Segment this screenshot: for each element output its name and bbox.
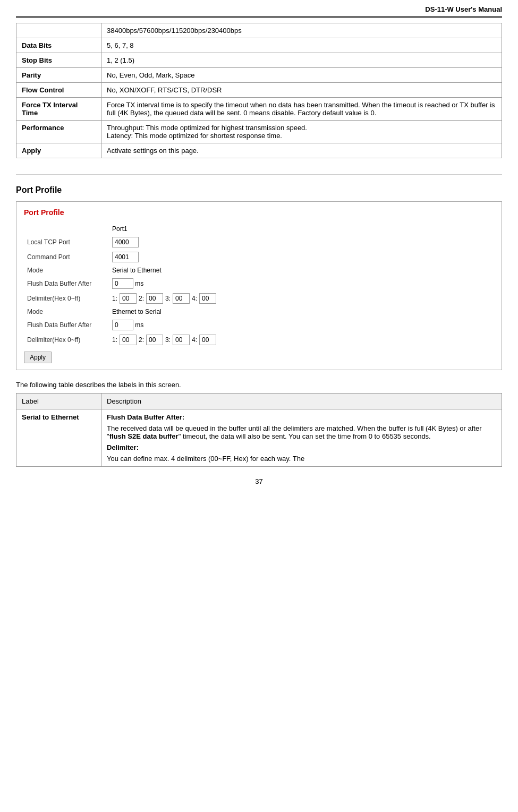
panel-field-row: Local TCP Port	[24, 235, 494, 250]
delimiter-num: 2:	[139, 336, 144, 344]
field-input[interactable]	[112, 237, 139, 247]
delimiter-num: 2:	[139, 295, 144, 302]
row-label: Apply	[16, 143, 101, 158]
row-description: No, XON/XOFF, RTS/CTS, DTR/DSR	[101, 83, 502, 98]
row-label: Data Bits	[16, 38, 101, 53]
row-description: No, Even, Odd, Mark, Space	[101, 68, 502, 83]
delimiter-input[interactable]	[173, 293, 190, 304]
delimiter-num: 4:	[192, 295, 197, 302]
delimiter-input[interactable]	[146, 335, 163, 345]
row-description: Throughput: This mode optimized for high…	[101, 121, 502, 143]
panel-fields-table: Port1Local TCP PortCommand PortModeSeria…	[24, 223, 494, 347]
panel-field-row: Delimiter(Hex 0~ff)1:2:3:4:	[24, 332, 494, 347]
field-suffix: ms	[133, 280, 143, 287]
row-description: 1, 2 (1.5)	[101, 53, 502, 68]
section-divider	[16, 174, 502, 175]
table-row: Stop Bits1, 2 (1.5)	[16, 53, 502, 68]
delimiter-num: 4:	[192, 336, 197, 344]
field-value: Ethernet to Serial	[109, 306, 494, 318]
delimiter-num: 3:	[165, 336, 171, 344]
field-label: Command Port	[24, 250, 109, 264]
desc-body: The received data will be queued in the …	[107, 424, 496, 440]
port-header: Port1	[109, 223, 494, 235]
desc-title: Flush Data Buffer After:	[107, 413, 184, 421]
panel-field-row: Command Port	[24, 250, 494, 264]
delimiter-input[interactable]	[173, 335, 190, 345]
row-label	[16, 23, 101, 38]
field-label: Mode	[24, 306, 109, 318]
port-profile-panel: Port Profile Port1Local TCP PortCommand …	[16, 201, 502, 370]
panel-field-row: Flush Data Buffer After ms	[24, 276, 494, 291]
row-description: 5, 6, 7, 8	[101, 38, 502, 53]
table-row: PerformanceThroughput: This mode optimiz…	[16, 121, 502, 143]
port-header-row: Port1	[24, 223, 494, 235]
desc-title2: Delimiter:	[107, 443, 139, 451]
field-value[interactable]	[109, 235, 494, 250]
table-row: Force TX Interval TimeForce TX interval …	[16, 98, 502, 121]
row-label: Flow Control	[16, 83, 101, 98]
row-label: Parity	[16, 68, 101, 83]
table-row: Flow ControlNo, XON/XOFF, RTS/CTS, DTR/D…	[16, 83, 502, 98]
page-header: DS-11-W User's Manual	[16, 5, 502, 18]
port-profile-section-title: Port Profile	[16, 185, 502, 195]
row-label: Performance	[16, 121, 101, 143]
field-value: Serial to Ethernet	[109, 264, 494, 276]
field-value[interactable]: ms	[109, 276, 494, 291]
field-input[interactable]	[112, 252, 139, 262]
panel-field-row: Flush Data Buffer After ms	[24, 318, 494, 332]
panel-field-row: ModeEthernet to Serial	[24, 306, 494, 318]
field-value[interactable]: ms	[109, 318, 494, 332]
delimiter-num: 1:	[112, 295, 117, 302]
col-description-header: Description	[101, 394, 502, 409]
field-label: Flush Data Buffer After	[24, 318, 109, 332]
description-table: 38400bps/57600bps/115200bps/230400bpsDat…	[16, 23, 502, 158]
field-label: Mode	[24, 264, 109, 276]
field-suffix: ms	[133, 321, 143, 329]
panel-field-row: ModeSerial to Ethernet	[24, 264, 494, 276]
apply-button[interactable]: Apply	[24, 352, 52, 363]
row-description: Force TX interval time is to specify the…	[101, 98, 502, 121]
field-value[interactable]: 1:2:3:4:	[109, 291, 494, 306]
table-row: Serial to EthernetFlush Data Buffer Afte…	[16, 409, 502, 467]
panel-field-row: Delimiter(Hex 0~ff)1:2:3:4:	[24, 291, 494, 306]
header-title: DS-11-W User's Manual	[425, 5, 502, 13]
row-description: 38400bps/57600bps/115200bps/230400bps	[101, 23, 502, 38]
table-row: ApplyActivate settings on this page.	[16, 143, 502, 158]
field-label: Delimiter(Hex 0~ff)	[24, 291, 109, 306]
row-label: Serial to Ethernet	[16, 409, 101, 467]
page-number: 37	[16, 477, 502, 485]
field-label: Delimiter(Hex 0~ff)	[24, 332, 109, 347]
row-label: Stop Bits	[16, 53, 101, 68]
field-label: Local TCP Port	[24, 235, 109, 250]
following-table: Label Description Serial to EthernetFlus…	[16, 393, 502, 467]
field-value[interactable]: 1:2:3:4:	[109, 332, 494, 347]
delimiter-num: 1:	[112, 336, 117, 344]
col-label-header: Label	[16, 394, 101, 409]
delimiter-input[interactable]	[199, 293, 216, 304]
table-row: 38400bps/57600bps/115200bps/230400bps	[16, 23, 502, 38]
delimiter-num: 3:	[165, 295, 171, 302]
delimiter-input[interactable]	[120, 293, 137, 304]
following-text: The following table describes the labels…	[16, 381, 502, 389]
panel-title: Port Profile	[24, 208, 494, 217]
delimiter-input[interactable]	[146, 293, 163, 304]
field-input[interactable]	[112, 320, 133, 330]
table-row: Data Bits5, 6, 7, 8	[16, 38, 502, 53]
row-label: Force TX Interval Time	[16, 98, 101, 121]
field-value[interactable]	[109, 250, 494, 264]
delimiter-input[interactable]	[199, 335, 216, 345]
table-row: ParityNo, Even, Odd, Mark, Space	[16, 68, 502, 83]
delimiter-input[interactable]	[120, 335, 137, 345]
row-description: Activate settings on this page.	[101, 143, 502, 158]
desc-body2: You can define max. 4 delimiters (00~FF,…	[107, 455, 496, 463]
row-description: Flush Data Buffer After: The received da…	[101, 409, 502, 467]
field-label: Flush Data Buffer After	[24, 276, 109, 291]
field-input[interactable]	[112, 278, 133, 289]
